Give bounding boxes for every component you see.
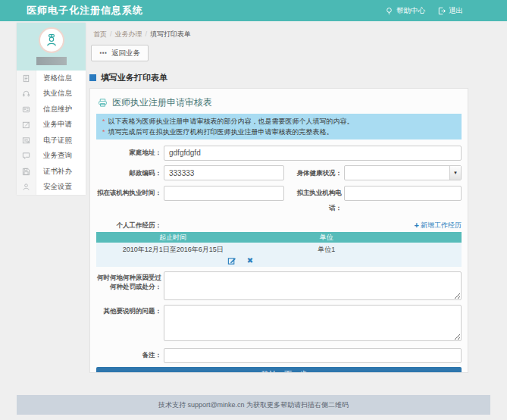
health-status-label: 身体健康状况： xyxy=(286,165,342,180)
help-center-link[interactable]: 帮助中心 xyxy=(385,6,425,16)
postal-code-input[interactable] xyxy=(164,165,284,180)
help-bulb-icon xyxy=(385,7,393,15)
breadcrumb-current: 填写打印表单 xyxy=(150,30,191,38)
sidebar-item-business-query[interactable]: 业务查询 xyxy=(17,149,86,165)
footer-text: 技术支持 support@minke.cn 为获取更多帮助请扫描右侧二维码 xyxy=(158,401,349,409)
notice-text: 填写完成后可在拟执业医疗机构打印医师执业注册申请审核表的完整表格。 xyxy=(108,128,333,136)
help-center-label: 帮助中心 xyxy=(396,6,425,16)
avatar xyxy=(39,27,64,53)
footer: 技术支持 support@minke.cn 为获取更多帮助请扫描右侧二维码 xyxy=(17,395,490,415)
headset-icon xyxy=(17,86,36,102)
sidebar-menu: 资格信息 执业信息 信息维护 业务申请 电子证照 业务查询 xyxy=(17,71,86,195)
period-cell: 2010年12月1日至2016年6月15日 ✖ xyxy=(96,245,249,265)
remarks-label: 备注： xyxy=(96,347,161,362)
sidebar: 资格信息 执业信息 信息维护 业务申请 电子证照 业务查询 xyxy=(17,23,86,195)
breadcrumb-section[interactable]: 业务办理 xyxy=(115,30,142,38)
sidebar-item-qualification[interactable]: 资格信息 xyxy=(17,71,86,86)
sidebar-item-e-certificate[interactable]: 电子证照 xyxy=(17,133,86,149)
chevron-down-icon[interactable]: ▼ xyxy=(449,166,461,180)
org-phone-input[interactable] xyxy=(344,186,462,201)
punishment-label: 何时何地何种原因受过何种处罚或处分： xyxy=(96,271,161,291)
notice-line: *以下表格为医师执业注册申请审核表的部分内容，也是需要医师个人填写的内容。 xyxy=(102,116,455,127)
sidebar-item-label: 安全设置 xyxy=(36,182,72,192)
logout-link[interactable]: 退出 xyxy=(437,6,463,16)
breadcrumb-separator: / xyxy=(146,30,148,38)
sidebar-item-label: 执业信息 xyxy=(36,89,72,99)
document-icon xyxy=(17,71,36,86)
confirm-next-button[interactable]: ✔ 确认，下一步 xyxy=(96,367,462,374)
table-header-row: 起止时间 单位 xyxy=(96,232,462,243)
add-work-history-label: 新增工作经历 xyxy=(421,221,462,230)
unit-cell: 单位1 xyxy=(249,245,402,265)
sidebar-item-practice[interactable]: 执业信息 xyxy=(17,86,86,102)
sidebar-item-business-apply[interactable]: 业务申请 xyxy=(17,118,86,133)
remarks-input[interactable] xyxy=(164,348,462,363)
health-status-select[interactable]: ▼ xyxy=(344,165,462,180)
square-bullet-icon xyxy=(89,74,96,81)
logout-label: 退出 xyxy=(449,6,463,16)
sidebar-item-info-maintain[interactable]: 信息维护 xyxy=(17,102,86,118)
sidebar-item-security[interactable]: 安全设置 xyxy=(17,180,86,196)
sidebar-item-label: 业务查询 xyxy=(36,151,72,161)
notice-text: 以下表格为医师执业注册申请审核表的部分内容，也是需要医师个人填写的内容。 xyxy=(108,118,354,125)
user-name-placeholder xyxy=(36,57,67,65)
logout-icon xyxy=(437,7,446,15)
health-status-value xyxy=(345,166,449,180)
sidebar-item-label: 电子证照 xyxy=(36,136,72,146)
page-title-text: 填写业务打印表单 xyxy=(101,72,167,83)
notice-box: *以下表格为医师执业注册申请审核表的部分内容，也是需要医师个人填写的内容。 *填… xyxy=(96,114,462,139)
doctor-icon xyxy=(44,33,59,48)
plus-icon: + xyxy=(415,221,419,230)
check-icon: ✔ xyxy=(251,371,257,374)
punishment-textarea[interactable] xyxy=(164,271,462,300)
breadcrumb: 首页/业务办理/填写打印表单 xyxy=(93,30,191,39)
asterisk-marker: * xyxy=(102,118,105,125)
app-title: 医师电子化注册信息系统 xyxy=(27,0,143,21)
table-row: 2010年12月1日至2016年6月15日 ✖ 单位1 xyxy=(96,243,462,267)
work-history-table: 起止时间 单位 2010年12月1日至2016年6月15日 ✖ 单位1 xyxy=(96,232,462,267)
column-header-period: 起止时间 xyxy=(96,232,249,243)
edit-icon xyxy=(17,118,36,133)
column-header-unit: 单位 xyxy=(249,232,402,243)
form-title: 医师执业注册申请审核表 xyxy=(112,96,212,109)
page-title: 填写业务打印表单 xyxy=(89,72,167,83)
back-button-label: 返回业务 xyxy=(111,49,140,58)
other-issues-textarea[interactable] xyxy=(164,305,462,341)
period-text: 2010年12月1日至2016年6月15日 xyxy=(96,245,249,255)
sidebar-item-label: 业务申请 xyxy=(36,120,72,130)
user-panel xyxy=(17,23,86,71)
edit-row-icon[interactable] xyxy=(227,256,236,265)
practice-time-label: 拟在该机构执业时间： xyxy=(96,185,161,201)
back-to-business-button[interactable]: ⋯ 返回业务 xyxy=(91,45,149,61)
ellipsis-icon: ⋯ xyxy=(99,50,107,56)
notice-line: *填写完成后可在拟执业医疗机构打印医师执业注册申请审核表的完整表格。 xyxy=(102,127,455,137)
asterisk-marker: * xyxy=(102,128,105,136)
chat-icon xyxy=(17,149,36,165)
sidebar-item-label: 信息维护 xyxy=(36,105,72,114)
home-address-input[interactable] xyxy=(164,146,462,161)
sidebar-item-label: 证书补办 xyxy=(36,167,72,177)
confirm-next-label: 确认，下一步 xyxy=(261,369,307,374)
sidebar-item-cert-reissue[interactable]: 证书补办 xyxy=(17,164,86,180)
sidebar-item-label: 资格信息 xyxy=(36,74,72,83)
screen: 医师电子化注册信息系统 帮助中心 退出 xyxy=(0,0,507,420)
other-issues-label: 其他要说明的问题： xyxy=(96,305,161,315)
form-icon xyxy=(98,98,108,108)
form-header: 医师执业注册申请审核表 xyxy=(96,95,462,114)
practice-time-input[interactable] xyxy=(164,186,284,201)
certificate-icon xyxy=(17,133,36,149)
work-history-label: 个人工作经历： xyxy=(96,220,161,230)
form-card: 医师执业注册申请审核表 *以下表格为医师执业注册申请审核表的部分内容，也是需要医… xyxy=(89,88,468,373)
floppy-icon xyxy=(17,164,36,180)
header-actions: 帮助中心 退出 xyxy=(385,0,463,21)
org-phone-label: 拟主执业机构电话： xyxy=(286,185,342,215)
id-card-icon xyxy=(17,102,36,118)
home-address-label: 家庭地址： xyxy=(96,145,161,160)
user-icon xyxy=(17,180,36,196)
breadcrumb-separator: / xyxy=(110,30,112,38)
postal-code-label: 邮政编码： xyxy=(96,165,161,181)
app-header: 医师电子化注册信息系统 帮助中心 退出 xyxy=(0,0,507,21)
breadcrumb-home[interactable]: 首页 xyxy=(93,30,107,38)
add-work-history-link[interactable]: + 新增工作经历 xyxy=(415,221,462,230)
